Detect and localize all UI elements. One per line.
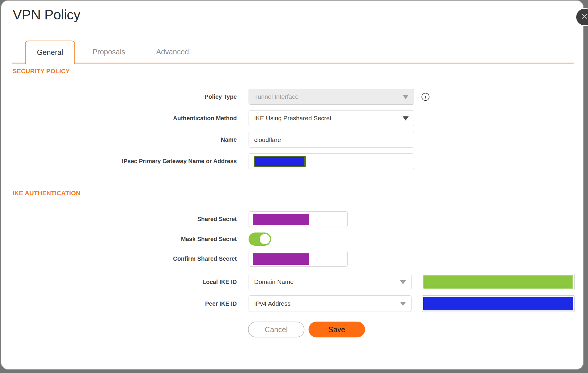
save-button[interactable]: Save <box>309 322 365 337</box>
tab-advanced-label: Advanced <box>156 48 189 56</box>
section-ike-authentication: IKE AUTHENTICATION <box>13 190 81 197</box>
peer-ike-id-value-input[interactable] <box>422 295 575 312</box>
chevron-down-icon <box>403 95 409 99</box>
name-input[interactable] <box>249 132 414 148</box>
ipsec-primary-gateway-label: IPsec Primary Gateway Name or Address <box>1 153 237 169</box>
redacted-shared-secret-value <box>253 214 309 225</box>
authentication-method-dropdown[interactable]: IKE Using Preshared Secret <box>249 110 414 126</box>
ipsec-primary-gateway-input[interactable] <box>249 153 414 169</box>
cancel-button[interactable]: Cancel <box>248 322 304 337</box>
confirm-shared-secret-label: Confirm Shared Secret <box>1 251 237 267</box>
tab-advanced[interactable]: Advanced <box>145 41 200 63</box>
page-backdrop: { "dialog": { "title": "VPN Policy", "cl… <box>0 0 588 373</box>
redacted-gateway-value <box>254 156 306 167</box>
redacted-local-ike-id-value <box>423 275 573 289</box>
policy-type-label: Policy Type <box>1 89 237 105</box>
info-icon[interactable]: i <box>422 93 429 101</box>
vpn-policy-dialog: VPN Policy General Proposals Advanced SE… <box>1 0 584 370</box>
mask-shared-secret-label: Mask Shared Secret <box>1 233 237 246</box>
toggle-knob <box>260 234 270 244</box>
policy-type-dropdown: Tunnel Interface <box>249 89 414 105</box>
peer-ike-id-type-dropdown[interactable]: IPv4 Address <box>249 295 412 312</box>
shared-secret-label: Shared Secret <box>1 211 237 227</box>
section-security-policy: SECURITY POLICY <box>13 68 70 75</box>
cancel-button-label: Cancel <box>265 325 288 334</box>
chevron-down-icon <box>400 302 406 306</box>
authentication-method-label: Authentication Method <box>1 110 237 126</box>
local-ike-id-type-dropdown[interactable]: Domain Name <box>249 274 412 290</box>
mask-shared-secret-toggle[interactable] <box>249 233 271 246</box>
authentication-method-value: IKE Using Preshared Secret <box>254 115 332 122</box>
local-ike-id-label: Local IKE ID <box>1 274 237 290</box>
tab-proposals-label: Proposals <box>92 48 125 56</box>
shared-secret-input[interactable] <box>249 211 348 227</box>
redacted-confirm-shared-secret-value <box>253 253 309 265</box>
tab-general-label: General <box>37 48 63 57</box>
name-label: Name <box>1 132 237 148</box>
chevron-down-icon <box>400 280 406 284</box>
peer-ike-id-type-value: IPv4 Address <box>254 300 291 307</box>
save-button-label: Save <box>329 325 345 334</box>
page-title: VPN Policy <box>13 6 80 23</box>
tab-general[interactable]: General <box>25 41 75 64</box>
peer-ike-id-label: Peer IKE ID <box>1 295 237 312</box>
local-ike-id-type-value: Domain Name <box>254 278 294 285</box>
confirm-shared-secret-input[interactable] <box>249 251 348 267</box>
policy-type-value: Tunnel Interface <box>254 93 299 100</box>
chevron-down-icon <box>403 116 409 121</box>
redacted-peer-ike-id-value <box>423 297 573 310</box>
local-ike-id-value-input[interactable] <box>422 274 575 290</box>
tab-proposals[interactable]: Proposals <box>81 41 137 63</box>
